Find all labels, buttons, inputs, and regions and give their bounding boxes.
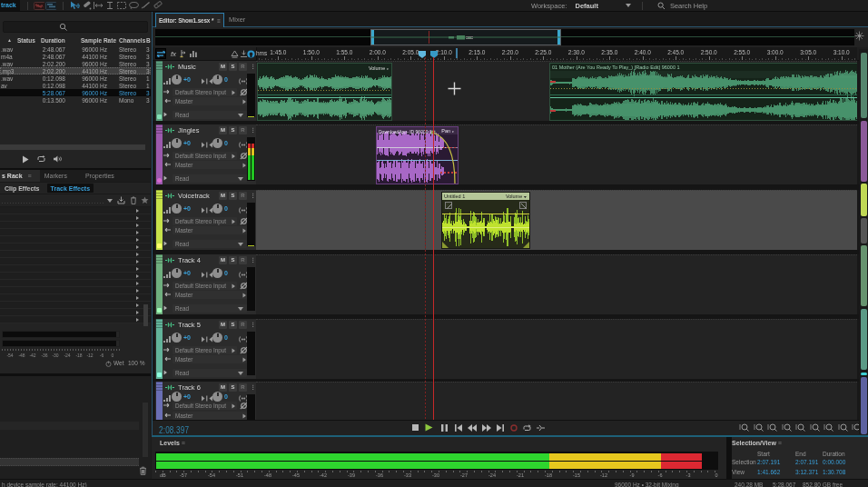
solo-button[interactable]: S [229,192,237,200]
effect-slot[interactable] [0,244,151,251]
zoom-selection-in-button[interactable] [809,422,821,432]
track-color-strip[interactable] [156,319,163,379]
pan-value[interactable]: 0 [224,270,228,276]
rewind-button[interactable] [466,422,478,432]
expand-arrow-icon[interactable] [232,219,236,224]
panel-menu-icon[interactable]: ≡ [778,440,782,446]
arm-record-button[interactable]: R [239,126,247,134]
automation-arrow-icon[interactable] [163,175,168,181]
files-horizontal-scrollbar[interactable] [0,144,145,150]
save-preset-icon[interactable] [117,196,125,204]
effect-slot[interactable] [0,229,151,236]
pan-value[interactable]: 0 [224,205,228,212]
tab-properties[interactable]: Properties [85,173,114,179]
history-row[interactable] [0,422,139,430]
delete-preset-icon[interactable] [130,196,137,204]
track-lane[interactable]: DownloadApp- ID 96000 1Pan [256,124,857,184]
track-output-select[interactable]: Master [173,291,247,299]
volume-knob[interactable] [172,392,182,402]
column-bit-depth[interactable]: Bi [146,37,151,44]
lasso-selection-tool-icon[interactable] [128,1,139,10]
volume-knob[interactable] [172,333,182,343]
scrollbar-segment-music[interactable] [861,53,867,118]
metering-icon[interactable] [188,48,199,59]
track-automation-select[interactable]: Read [173,240,247,248]
zoom-selection-out-button[interactable] [823,422,834,432]
tab-editor[interactable]: Editor: Show1.sesx * ≡ [155,13,224,27]
effect-slot[interactable] [0,214,151,222]
volume-knob[interactable] [172,138,182,148]
track-lane[interactable]: Volume 01 Mother (Are You Ready To Play_… [256,61,857,121]
vertical-scrollbar[interactable] [859,49,868,434]
navigator-view-rectangle[interactable] [370,29,561,45]
mute-button[interactable]: M [219,192,227,200]
files-table-header[interactable]: ▲ Status Duration Sample Rate Channels B… [0,36,151,45]
panel-menu-icon[interactable]: ≡ [182,440,185,446]
volume-value[interactable]: +0 [183,140,191,146]
time-selection-tool-icon[interactable] [104,1,115,10]
clip-effects-button[interactable]: Clip Effects [5,185,40,192]
zoom-in-button[interactable] [738,422,750,432]
pan-knob[interactable] [212,268,222,278]
track-lane[interactable] [256,319,857,379]
record-button[interactable] [508,422,519,432]
pan-value[interactable]: 0 [224,140,228,146]
column-status[interactable]: Status [17,37,35,44]
effect-slot[interactable] [0,273,151,280]
track-output-select[interactable]: Master [173,97,247,105]
monitor-input-icon[interactable] [246,48,255,59]
move-tool-icon[interactable] [69,1,80,10]
start-value[interactable]: 2:07.191 [757,459,780,465]
file-row[interactable]: .wav2:02.20096000 HzStereo3 [0,60,151,67]
end-value[interactable]: 2:07.191 [795,459,818,465]
search-help-label[interactable]: Search Help [670,2,707,10]
zoom-reset-button[interactable] [794,422,806,432]
workspace-caret-icon[interactable] [626,4,631,7]
pan-star-icon[interactable] [854,31,864,41]
spot-healing-tool-icon[interactable] [152,1,163,10]
snap-toggle-icon[interactable] [155,48,166,59]
pause-button[interactable] [439,422,450,432]
track-automation-select[interactable]: Read [173,369,247,377]
column-sample-rate[interactable]: Sample Rate [81,37,116,44]
timeline-ruler[interactable]: hms1:45.01:50.01:55.02:00.02:05.02:10.02… [256,47,857,61]
pan-value[interactable]: 0 [224,334,228,341]
zoom-in-time-button[interactable] [766,422,778,432]
track-output-select[interactable]: Master [173,226,247,234]
favorite-star-icon[interactable] [141,196,149,204]
clip-envelope-label[interactable]: Volume [369,65,389,71]
skip-to-end-button[interactable] [494,422,506,432]
end-value[interactable]: 3:12.371 [795,469,818,475]
scrollbar-segment[interactable] [861,218,867,244]
history-row-selected[interactable] [0,458,139,466]
wet-value[interactable]: 100 % [128,360,144,366]
expand-arrow-icon[interactable] [232,403,236,409]
pan-value[interactable]: 0 [224,76,228,83]
expand-arrow-icon[interactable] [232,90,236,95]
effect-slot[interactable] [0,251,151,258]
tab-effects-rack[interactable]: s Rack [2,173,23,179]
track-input-select[interactable]: Default Stereo Input [173,217,237,225]
solo-button[interactable]: S [229,321,237,329]
track-automation-select[interactable]: Read [173,174,247,183]
play-button[interactable] [423,422,435,432]
volume-knob[interactable] [172,204,182,214]
effect-slot[interactable] [0,287,151,294]
mute-button[interactable]: M [219,126,227,134]
effect-slot[interactable] [0,309,151,316]
effect-slot[interactable] [0,294,151,302]
timeline-marker[interactable] [456,48,458,58]
loop-playback-button[interactable] [521,422,533,432]
file-row[interactable]: .mp32:02.20044100 HzStereo3 [0,67,151,75]
volume-value[interactable]: +0 [183,334,191,341]
file-row[interactable]: .wav0:12.09896000 HzStereo1 [0,75,151,82]
history-scrollbar[interactable] [143,403,148,457]
scrollbar-segment-voicetrack[interactable] [861,184,867,216]
slip-tool-icon[interactable] [93,1,104,10]
pan-value[interactable]: 0 [224,393,228,400]
mute-button[interactable]: M [219,256,227,264]
effect-slot[interactable] [0,280,151,287]
tab-markers[interactable]: Markers [44,173,67,179]
clip-envelope-label[interactable]: Volume [506,194,527,199]
volume-knob[interactable] [172,268,182,278]
